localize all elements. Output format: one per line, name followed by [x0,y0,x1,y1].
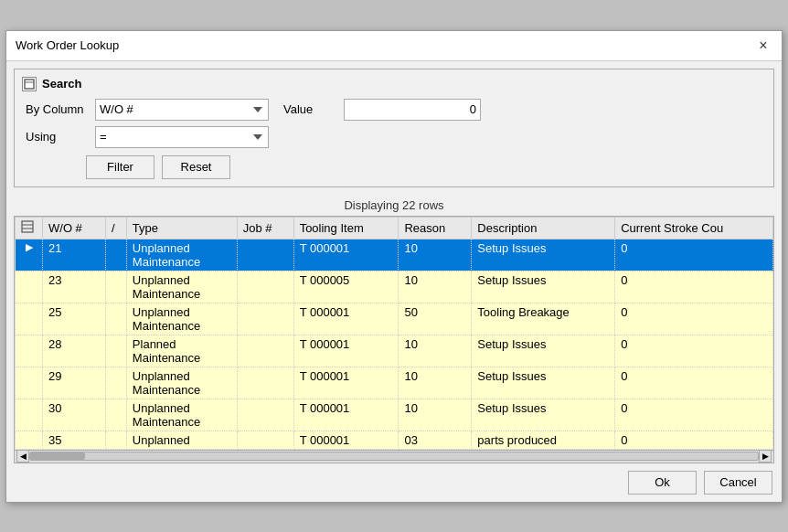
reason-cell: 10 [399,399,472,431]
desc-cell: Setup Issues [472,335,615,367]
col-header-wo: W/O # [43,217,106,239]
footer-bar: Ok Cancel [6,463,782,502]
scrollbar-track[interactable] [29,452,759,461]
row-count-label: Displaying 22 rows [6,195,782,216]
desc-cell: parts produced [472,431,615,449]
table-row[interactable]: 29Unplanned MaintenanceT 00000110Setup I… [16,367,773,399]
work-order-table: W/O # / Type Job # Tooling Item Reason D… [15,217,773,450]
row-arrow-cell [16,431,43,449]
table-header-row: W/O # / Type Job # Tooling Item Reason D… [16,217,773,239]
table-row[interactable]: 30Unplanned MaintenanceT 00000110Setup I… [16,399,773,431]
type-cell: Unplanned Maintenance [126,303,237,335]
dialog-title: Work Order Lookup [16,38,119,52]
row-arrow-cell [16,271,43,303]
row-arrow-cell [16,399,43,431]
wo-cell: 29 [43,367,106,399]
reason-cell: 50 [399,303,472,335]
using-label: Using [26,130,90,144]
row-arrow-cell [16,367,43,399]
slash-cell [105,271,126,303]
stroke-cell: 0 [615,335,773,367]
type-cell: Planned Maintenance [126,335,237,367]
row-arrow-cell [16,335,43,367]
slash-cell [105,239,126,271]
tooling-cell: T 000001 [293,431,399,449]
wo-cell: 30 [43,399,106,431]
ok-button[interactable]: Ok [628,471,697,495]
stroke-cell: 0 [615,431,773,449]
table-row[interactable]: 23Unplanned MaintenanceT 00000510Setup I… [16,271,773,303]
svg-rect-2 [22,221,33,232]
cancel-button[interactable]: Cancel [704,471,772,495]
desc-cell: Tooling Breakage [472,303,615,335]
job-cell [237,271,293,303]
job-cell [237,239,293,271]
col-header-tooling: Tooling Item [293,217,399,239]
by-column-label: By Column [26,102,90,116]
col-header-job: Job # [237,217,293,239]
value-label: Value [283,102,338,116]
search-panel-icon [22,77,37,91]
stroke-cell: 0 [615,399,773,431]
col-header-stroke: Current Stroke Cou [615,217,773,239]
reason-cell: 10 [399,271,472,303]
stroke-cell: 0 [615,239,773,271]
by-column-select[interactable]: W/O # Type Job # Tooling Item Reason Des… [95,99,269,121]
filter-button[interactable]: Filter [86,155,154,179]
job-cell [237,399,293,431]
slash-cell [105,335,126,367]
using-select[interactable]: = != < > <= >= contains [95,126,269,148]
reason-cell: 10 [399,239,472,271]
tooling-cell: T 000001 [293,303,399,335]
reason-cell: 10 [399,335,472,367]
search-title-label: Search [42,77,81,90]
table-row[interactable]: 28Planned MaintenanceT 00000110Setup Iss… [16,335,773,367]
tooling-cell: T 000001 [293,367,399,399]
slash-cell [105,431,126,449]
work-order-lookup-dialog: Work Order Lookup × Search By Column W/O… [5,30,783,503]
horizontal-scrollbar[interactable]: ◀ ▶ [15,450,773,463]
table-row[interactable]: 35UnplannedT 00000103parts produced0 [16,431,773,449]
reason-cell: 03 [399,431,472,449]
col-header-type: Type [126,217,237,239]
wo-cell: 28 [43,335,106,367]
job-cell [237,431,293,449]
value-input[interactable] [344,99,481,121]
close-button[interactable]: × [754,37,772,55]
scrollbar-thumb[interactable] [30,452,85,460]
type-cell: Unplanned Maintenance [126,367,237,399]
stroke-cell: 0 [615,303,773,335]
job-cell [237,303,293,335]
type-cell: Unplanned Maintenance [126,239,237,271]
wo-cell: 25 [43,303,106,335]
col-header-reason: Reason [399,217,472,239]
tooling-cell: T 000001 [293,335,399,367]
row-arrow-cell [16,303,43,335]
scroll-left-button[interactable]: ◀ [16,450,29,463]
search-panel-title: Search [22,77,766,91]
tooling-cell: T 000001 [293,399,399,431]
stroke-cell: 0 [615,271,773,303]
desc-cell: Setup Issues [472,399,615,431]
tooling-cell: T 000005 [293,271,399,303]
table-row[interactable]: 25Unplanned MaintenanceT 00000150Tooling… [16,303,773,335]
tooling-cell: T 000001 [293,239,399,271]
search-panel: Search By Column W/O # Type Job # Toolin… [14,69,774,187]
scroll-right-button[interactable]: ▶ [759,450,772,463]
desc-cell: Setup Issues [472,367,615,399]
type-cell: Unplanned Maintenance [126,399,237,431]
data-table-container: W/O # / Type Job # Tooling Item Reason D… [14,216,774,463]
stroke-cell: 0 [615,367,773,399]
table-body: ▶21Unplanned MaintenanceT 00000110Setup … [16,239,773,449]
slash-cell [105,303,126,335]
wo-cell: 23 [43,271,106,303]
job-cell [237,335,293,367]
table-row[interactable]: ▶21Unplanned MaintenanceT 00000110Setup … [16,239,773,271]
wo-cell: 21 [43,239,106,271]
title-bar: Work Order Lookup × [6,31,782,61]
slash-cell [105,399,126,431]
reset-button[interactable]: Reset [162,155,230,179]
table-scroll-area[interactable]: W/O # / Type Job # Tooling Item Reason D… [15,217,773,450]
desc-cell: Setup Issues [472,239,615,271]
col-header-slash: / [105,217,126,239]
